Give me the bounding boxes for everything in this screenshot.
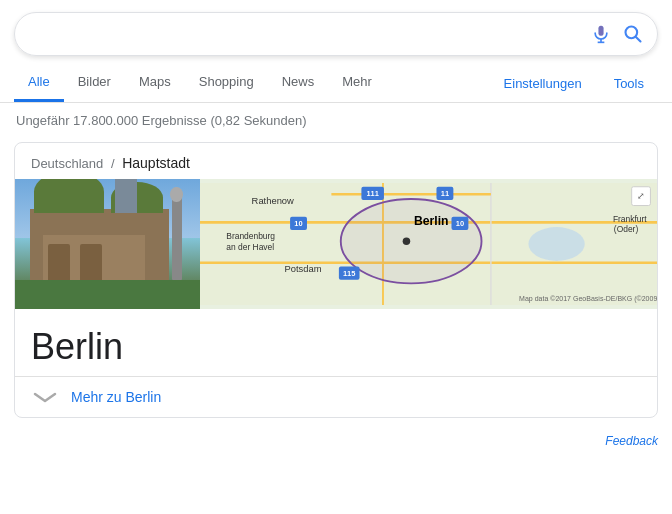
berlin-map[interactable]: 111 11 10 10 115 Rathenow Brandenburg [200, 179, 657, 309]
more-info-bar[interactable]: Mehr zu Berlin [15, 376, 657, 417]
svg-text:Map data ©2017 GeoBasis-DE/BKG: Map data ©2017 GeoBasis-DE/BKG (©2009), … [519, 295, 657, 303]
media-row: 111 11 10 10 115 Rathenow Brandenburg [15, 179, 657, 309]
tab-einstellungen[interactable]: Einstellungen [490, 66, 596, 101]
tab-news[interactable]: News [268, 64, 329, 102]
svg-text:Brandenburg: Brandenburg [226, 231, 275, 241]
breadcrumb: Deutschland / Hauptstadt [15, 143, 657, 179]
svg-point-8 [528, 227, 584, 261]
city-name: Berlin [31, 325, 641, 368]
svg-text:Berlin: Berlin [414, 214, 449, 228]
microphone-icon[interactable] [591, 24, 611, 44]
feedback-link[interactable]: Feedback [605, 434, 658, 448]
nav-right: Einstellungen Tools [490, 66, 658, 101]
svg-text:⤢: ⤢ [637, 191, 645, 201]
knowledge-panel: Deutschland / Hauptstadt [14, 142, 658, 418]
search-icons [591, 24, 643, 44]
breadcrumb-parent[interactable]: Deutschland [31, 156, 103, 171]
svg-text:Rathenow: Rathenow [252, 196, 294, 206]
svg-text:11: 11 [441, 189, 449, 198]
svg-point-13 [341, 199, 482, 283]
map-inner: 111 11 10 10 115 Rathenow Brandenburg [200, 179, 657, 309]
city-name-section: Berlin [15, 309, 657, 376]
breadcrumb-current: Hauptstadt [122, 155, 190, 171]
tab-mehr[interactable]: Mehr [328, 64, 386, 102]
breadcrumb-separator: / [111, 156, 115, 171]
feedback-bar: Feedback [0, 428, 672, 458]
svg-text:10: 10 [456, 219, 464, 228]
svg-text:(Oder): (Oder) [614, 224, 639, 234]
map-svg: 111 11 10 10 115 Rathenow Brandenburg [200, 179, 657, 309]
tab-alle[interactable]: Alle [14, 64, 64, 102]
svg-point-29 [403, 237, 411, 245]
cathedral-image [15, 179, 200, 309]
results-count: Ungefähr 17.800.000 Ergebnisse (0,82 Sek… [0, 103, 672, 136]
svg-text:115: 115 [343, 269, 356, 278]
tab-maps[interactable]: Maps [125, 64, 185, 102]
svg-text:Potsdam: Potsdam [284, 264, 321, 274]
nav-tabs: Alle Bilder Maps Shopping News Mehr Eins… [0, 64, 672, 103]
svg-text:10: 10 [294, 219, 302, 228]
svg-rect-3 [599, 26, 604, 36]
search-bar-wrapper: hauptstadt deutschland [0, 0, 672, 64]
nav-left: Alle Bilder Maps Shopping News Mehr [14, 64, 490, 102]
more-info-label: Mehr zu Berlin [71, 389, 161, 405]
tab-shopping[interactable]: Shopping [185, 64, 268, 102]
svg-line-6 [636, 37, 641, 42]
svg-text:111: 111 [366, 189, 379, 198]
chevron-down-icon [31, 389, 59, 405]
search-icon[interactable] [623, 24, 643, 44]
tab-tools[interactable]: Tools [600, 66, 658, 101]
tab-bilder[interactable]: Bilder [64, 64, 125, 102]
berlin-photo[interactable] [15, 179, 200, 309]
search-input[interactable]: hauptstadt deutschland [29, 25, 591, 43]
svg-text:an der Havel: an der Havel [226, 242, 274, 252]
search-bar: hauptstadt deutschland [14, 12, 658, 56]
